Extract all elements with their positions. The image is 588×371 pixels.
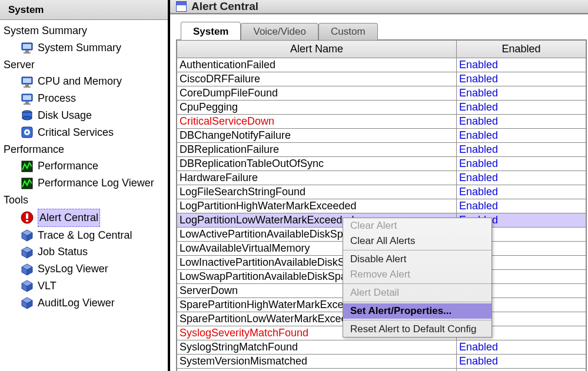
col-alert-name[interactable]: Alert Name [177, 41, 457, 58]
tab-custom[interactable]: Custom [318, 23, 378, 40]
tree-group[interactable]: System Summary [4, 22, 168, 39]
menu-item: Alert Detail [343, 285, 491, 300]
tree-item-label: Performance Log Viewer [38, 175, 154, 192]
alert-status-cell: Enabled [457, 369, 586, 372]
tree-item-label: AuditLog Viewer [38, 295, 115, 312]
panel-title: Alert Central [191, 0, 258, 13]
tree-item[interactable]: Job Status [4, 243, 168, 260]
alert-icon [20, 210, 34, 225]
monitor-icon [20, 92, 34, 106]
menu-item[interactable]: Reset Alert to Default Config [343, 322, 491, 337]
tree-item[interactable]: SysLog Viewer [4, 260, 168, 278]
table-row[interactable]: SystemVersionMismatchedEnabled [177, 355, 586, 369]
chart-icon [20, 159, 34, 173]
alert-name-cell: CoreDumpFileFound [177, 86, 457, 101]
alert-name-cell: DBReplicationFailure [177, 143, 457, 157]
alert-status-cell: Enabled [457, 58, 586, 72]
table-row[interactable]: HardwareFailureEnabled [177, 171, 586, 185]
alert-status-cell: Enabled [457, 143, 586, 157]
panel-titlebar: Alert Central [170, 0, 588, 14]
table-row[interactable]: CoreDumpFileFoundEnabled [177, 86, 586, 101]
table-row[interactable]: DBReplicationFailureEnabled [177, 143, 586, 157]
tree-item-label: VLT [38, 278, 57, 295]
alert-name-cell: SyslogStringMatchFound [177, 340, 457, 355]
tree-item[interactable]: Alert Central [4, 209, 168, 227]
tree-item-label: Disk Usage [38, 107, 92, 124]
alert-status-cell: Enabled [457, 115, 586, 129]
tree-item[interactable]: Process [4, 90, 168, 107]
table-row[interactable]: TotalProcessesAndThreadsExceededThreshol… [177, 369, 586, 372]
tree-item-label: Performance [38, 158, 98, 175]
alert-name-cell: DBChangeNotifyFailure [177, 129, 457, 143]
alert-status-cell: Enabled [457, 355, 586, 369]
alert-status-cell: Enabled [457, 199, 586, 213]
sidebar-title: System [0, 0, 168, 20]
table-row[interactable]: DBReplicationTableOutOfSyncEnabled [177, 157, 586, 171]
disk-icon [20, 108, 34, 122]
alert-status-cell: Enabled [457, 101, 586, 115]
tree-item[interactable]: System Summary [4, 39, 168, 56]
tree-item-label: CPU and Memory [38, 73, 122, 90]
alert-status-cell: Enabled [457, 157, 586, 171]
alert-name-cell: CpuPegging [177, 101, 457, 115]
alert-name-cell: CiscoDRFFailure [177, 72, 457, 86]
tree-item-label: System Summary [38, 39, 121, 56]
navigation-tree: System SummarySystem SummaryServerCPU an… [0, 20, 168, 312]
alert-status-cell: Enabled [457, 340, 586, 355]
gear-icon [20, 125, 34, 139]
alert-name-cell: AuthenticationFailed [177, 58, 457, 72]
menu-item[interactable]: Disable Alert [343, 252, 491, 267]
menu-item[interactable]: Clear All Alerts [343, 233, 491, 249]
table-row[interactable]: CiscoDRFFailureEnabled [177, 72, 586, 86]
tree-item-label: Alert Central [38, 209, 100, 227]
alert-name-cell: LogFileSearchStringFound [177, 185, 457, 199]
context-menu: Clear AlertClear All AlertsDisable Alert… [343, 218, 492, 337]
tree-item[interactable]: VLT [4, 278, 168, 295]
tree-item[interactable]: Trace & Log Central [4, 227, 168, 244]
table-row[interactable]: LogFileSearchStringFoundEnabled [177, 185, 586, 199]
alert-name-cell: DBReplicationTableOutOfSync [177, 157, 457, 171]
sidebar: System System SummarySystem SummaryServe… [0, 0, 170, 371]
cube-icon [20, 296, 34, 310]
tree-item-label: Trace & Log Central [38, 227, 132, 244]
cube-icon [20, 245, 34, 259]
tree-item-label: Critical Services [38, 124, 114, 141]
monitor-icon [20, 75, 34, 89]
alert-status-cell: Enabled [457, 72, 586, 86]
tab-bar: SystemVoice/VideoCustom [181, 22, 588, 40]
table-row[interactable]: DBChangeNotifyFailureEnabled [177, 129, 586, 143]
alert-status-cell: Enabled [457, 129, 586, 143]
menu-separator [343, 302, 491, 302]
tree-item[interactable]: CPU and Memory [4, 73, 168, 90]
col-enabled[interactable]: Enabled [457, 41, 586, 58]
alert-name-cell: LogPartitionHighWaterMarkExceeded [177, 199, 457, 213]
tree-group[interactable]: Server [4, 56, 168, 73]
table-row[interactable]: LogPartitionHighWaterMarkExceededEnabled [177, 199, 586, 213]
table-row[interactable]: SyslogStringMatchFoundEnabled [177, 340, 586, 355]
menu-separator [343, 250, 491, 250]
tree-item[interactable]: Performance [4, 158, 168, 175]
cube-icon [20, 262, 34, 276]
alert-name-cell: HardwareFailure [177, 171, 457, 185]
tree-item[interactable]: Disk Usage [4, 107, 168, 124]
table-row[interactable]: AuthenticationFailedEnabled [177, 58, 586, 72]
tree-group[interactable]: Tools [4, 192, 168, 209]
monitor-icon [20, 41, 34, 55]
table-row[interactable]: CpuPeggingEnabled [177, 101, 586, 115]
tab-voice-video[interactable]: Voice/Video [241, 23, 318, 40]
menu-item[interactable]: Set Alert/Properties... [343, 303, 491, 319]
table-row[interactable]: CriticalServiceDownEnabled [177, 115, 586, 129]
alert-name-cell: SystemVersionMismatched [177, 355, 457, 369]
alert-status-cell: Enabled [457, 171, 586, 185]
tree-item[interactable]: AuditLog Viewer [4, 295, 168, 312]
menu-separator [343, 320, 491, 320]
alert-status-cell: Enabled [457, 185, 586, 199]
tree-group[interactable]: Performance [4, 141, 168, 158]
menu-item: Clear Alert [343, 218, 491, 233]
cube-icon [20, 279, 34, 293]
tab-system[interactable]: System [181, 22, 241, 40]
alert-name-cell: CriticalServiceDown [177, 115, 457, 129]
tree-item[interactable]: Critical Services [4, 124, 168, 141]
alert-status-cell: Enabled [457, 86, 586, 101]
tree-item[interactable]: Performance Log Viewer [4, 175, 168, 192]
